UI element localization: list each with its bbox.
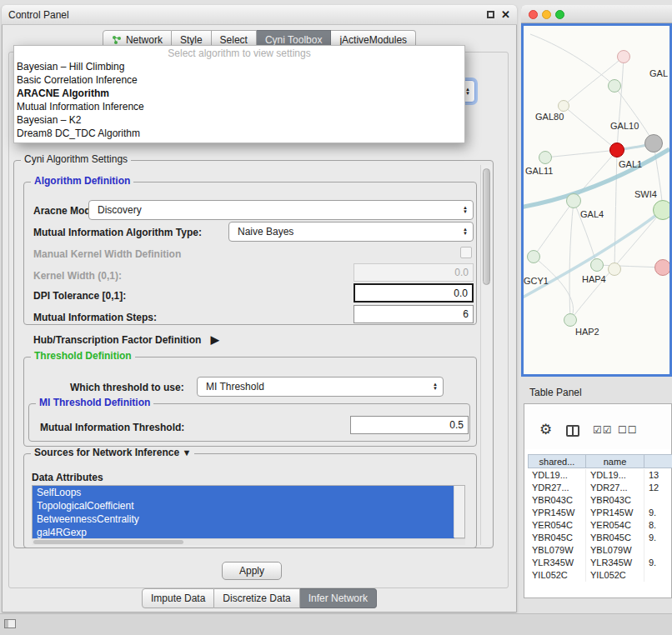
table-row[interactable]: YLR345W YLR345W 9. [528,557,672,569]
manual-kernel-checkbox[interactable] [460,247,472,258]
tab-network-label: Network [126,34,163,46]
cell: 9. [644,507,672,519]
cell: YLR345W [586,557,644,569]
network-node-gcy1[interactable] [527,250,540,263]
sources-group-title[interactable]: Sources for Network Inference ▼ [31,447,194,458]
table-header-row: shared... name [528,454,672,468]
network-canvas[interactable]: GAL80 GAL10 GAL11 GAL1 SWI4 GAL4 GCY1 HA… [521,23,672,377]
data-attributes-label: Data Attributes [32,472,103,483]
network-node-gal4[interactable] [566,193,581,208]
mi-type-select[interactable]: Naive Bayes ▲▼ [228,222,474,242]
column-header[interactable]: name [586,454,644,468]
settings-scrollbar-thumb[interactable] [483,168,490,285]
table-row[interactable]: YBL079W YBL079W [528,544,672,557]
column-header[interactable]: shared... [528,454,586,468]
chevron-right-icon: ▶ [211,333,219,346]
cell: 8. [644,519,672,532]
attributes-hscrollbar[interactable] [32,538,465,545]
which-threshold-select[interactable]: MI Threshold ▲▼ [197,377,444,397]
tab-impute-data[interactable]: Impute Data [142,588,214,608]
apply-button[interactable]: Apply [222,562,282,580]
node-label: SWI4 [634,189,657,199]
dropdown-item[interactable]: Mutual Information Inference [14,100,464,113]
table-panel-title: Table Panel [529,387,582,398]
attribute-item-selected[interactable]: BetweennessCentrality [33,512,454,526]
cell: YIL052C [586,569,644,582]
minimize-traffic-light-icon[interactable] [542,10,551,19]
mi-threshold-input[interactable] [350,416,469,434]
network-node[interactable] [608,79,621,92]
table-row[interactable]: YDL19... YDL19... 13 [528,469,672,482]
column-header[interactable] [644,454,672,468]
network-node[interactable] [653,200,672,220]
close-traffic-light-icon[interactable] [529,10,538,19]
combo-arrows-icon: ▲▼ [465,88,470,96]
columns-icon[interactable] [566,425,579,437]
mi-steps-input[interactable] [354,305,474,323]
table-row[interactable]: YER054C YER054C 8. [528,519,672,532]
node-label: GAL11 [525,166,553,176]
network-node-gal10[interactable] [609,142,624,158]
tab-discretize-data-label: Discretize Data [223,592,290,604]
settings-scrollbar[interactable] [480,165,492,545]
zoom-traffic-light-icon[interactable] [555,10,564,19]
cell: YIL052C [528,569,586,582]
sources-title-label: Sources for Network Inference [34,447,179,458]
table-row[interactable]: YDR27... YDR27... 12 [528,482,672,494]
data-attributes-list: SelfLoops TopologicalCoefficient Between… [32,485,465,538]
attributes-hscrollbar-thumb[interactable] [33,540,183,544]
float-window-icon[interactable] [487,11,494,18]
cell: 12 [644,482,672,494]
dpi-tolerance-input[interactable] [354,283,474,302]
docked-panel-icon[interactable] [4,619,16,628]
aracne-mode-select[interactable]: Discovery ▲▼ [88,200,474,220]
clear-checkboxes-icon[interactable]: ☐☐ [618,424,638,436]
dropdown-item[interactable]: Bayesian – Hill Climbing [14,60,464,73]
attribute-item-selected[interactable]: gal4RGexp [33,526,454,539]
attributes-vscrollbar[interactable] [454,486,464,538]
dropdown-item[interactable]: Bayesian – K2 [14,113,464,127]
network-node-hap2[interactable] [564,313,577,327]
close-icon[interactable]: ✕ [501,10,510,20]
hub-section-toggle[interactable]: Hub/Transcription Factor Definition ▶ [33,333,219,346]
combo-arrows-icon: ▲▼ [433,382,438,391]
dropdown-item[interactable]: Basic Correlation Inference [14,73,464,87]
which-threshold-value: MI Threshold [206,381,264,392]
mi-steps-label: Mutual Information Steps: [33,312,157,323]
hub-section-label: Hub/Transcription Factor Definition [33,334,201,346]
network-node[interactable] [617,50,630,63]
which-threshold-label: Which threshold to use: [70,382,184,393]
table-row[interactable]: YBR045C YBR045C 9. [528,532,672,544]
aracne-mode-value: Discovery [98,204,142,216]
node-label: GAL80 [535,112,564,122]
gear-icon[interactable]: ⚙ [539,422,552,437]
network-node[interactable] [558,100,569,112]
cell: 9. [644,532,672,544]
attribute-item-selected[interactable]: TopologicalCoefficient [33,499,454,512]
dropdown-item[interactable]: Dream8 DC_TDC Algorithm [14,127,464,140]
cell: YDR27... [528,482,586,494]
tab-select-label: Select [220,34,248,46]
node-label: GAL10 [610,121,639,131]
table-row[interactable]: YBR043C YBR043C [528,494,672,507]
mi-threshold-title: MI Threshold Definition [36,397,153,408]
network-node[interactable] [654,259,671,276]
mi-type-value: Naive Bayes [238,226,293,238]
select-all-checkboxes-icon[interactable]: ☑☑ [593,424,613,436]
tab-discretize-data[interactable]: Discretize Data [214,588,299,608]
node-label: GAL1 [619,159,642,169]
table-row[interactable]: YIL052C YIL052C [528,569,672,582]
network-node-gal11[interactable] [539,151,552,164]
attribute-item-selected[interactable]: SelfLoops [33,486,454,499]
network-node-hap4[interactable] [590,258,604,272]
tab-infer-network[interactable]: Infer Network [300,588,377,608]
table-row[interactable]: YPR145W YPR145W 9. [528,507,672,519]
node-label: GCY1 [524,276,549,286]
cell: 13 [644,469,672,482]
cell: YPR145W [586,507,644,519]
network-node[interactable] [644,134,663,152]
cell: YLR345W [528,557,586,569]
dropdown-item-selected[interactable]: ARACNE Algorithm [14,87,464,100]
tab-infer-network-label: Infer Network [308,592,368,604]
network-node[interactable] [608,262,621,276]
